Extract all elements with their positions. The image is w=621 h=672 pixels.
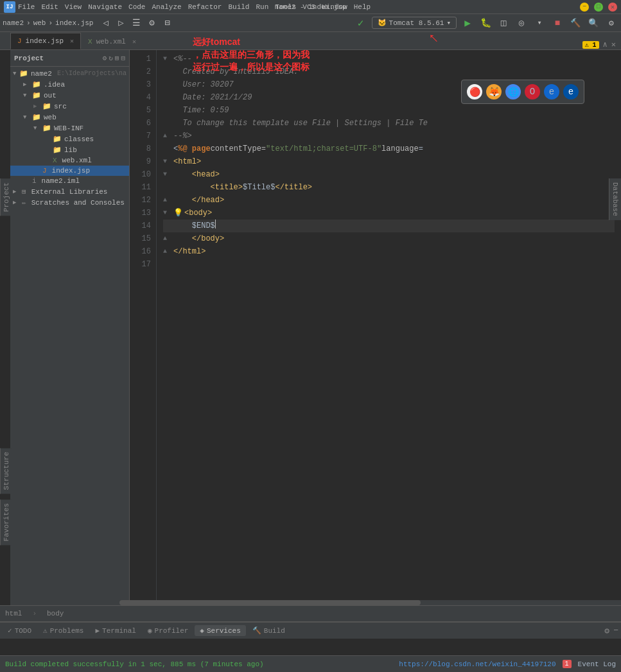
- debug-button[interactable]: 🐛: [478, 16, 493, 30]
- scrollbar-thumb[interactable]: [119, 600, 421, 605]
- expand-arrow-web: ▼: [23, 114, 30, 121]
- chrome-icon[interactable]: 🔴: [467, 84, 482, 99]
- code-content[interactable]: ▼ <%-- Created by IntelliJ IDEA. User: 3…: [157, 50, 621, 622]
- firefox-icon[interactable]: 🦊: [486, 84, 502, 99]
- gear-icon[interactable]: ⚙: [604, 16, 618, 30]
- tree-item-src[interactable]: ▶ 📁 src: [10, 101, 129, 112]
- folder-icon: 📁: [19, 69, 28, 78]
- breadcrumb-folder[interactable]: web: [33, 19, 46, 27]
- edge-icon[interactable]: e: [563, 84, 579, 99]
- tab-web-xml[interactable]: X web.xml ✕: [81, 33, 143, 49]
- coverage-button[interactable]: ◫: [496, 16, 511, 30]
- terminal-button[interactable]: ▶ Terminal: [90, 625, 141, 636]
- sidebar-gear-icon[interactable]: ⚙: [103, 54, 107, 62]
- tree-item-scratches[interactable]: ▶ ✏ Scratches and Consoles: [10, 197, 129, 208]
- project-panel-label[interactable]: Project: [0, 178, 12, 216]
- menu-run[interactable]: Run: [256, 3, 268, 11]
- expand-icon[interactable]: ∧: [603, 40, 608, 49]
- services-button[interactable]: ◈ Services: [195, 625, 245, 636]
- tree-item-root[interactable]: ▼ 📁 name2 E:\IdeaProjects\na: [10, 68, 129, 79]
- close-button[interactable]: ✕: [608, 3, 617, 12]
- menu-file[interactable]: File: [18, 3, 35, 11]
- close-panel-icon[interactable]: ✕: [611, 40, 616, 49]
- profile-button[interactable]: ◎: [514, 16, 529, 30]
- build-panel-button[interactable]: 🔨 Build: [247, 625, 290, 636]
- browser3-icon[interactable]: 🌐: [505, 84, 521, 99]
- code-line-10: ▼ <head>: [163, 168, 615, 181]
- lightbulb-icon[interactable]: 💡: [173, 207, 183, 220]
- more-run-options-icon[interactable]: ▾: [532, 16, 547, 30]
- tree-item-webinf[interactable]: ▼ 📁 WEB-INF: [10, 123, 129, 134]
- minimize-button[interactable]: −: [580, 3, 589, 12]
- tree-item-lib[interactable]: 📁 lib: [10, 144, 129, 155]
- tree-item-out[interactable]: ▼ 📁 out: [10, 90, 129, 101]
- build-button[interactable]: 🔨: [568, 16, 582, 30]
- tree-path: E:\IdeaProjects\na: [57, 70, 127, 77]
- event-log-label[interactable]: Event Log: [578, 660, 616, 668]
- menu-analyze[interactable]: Analyze: [152, 3, 181, 11]
- problems-icon: ⚠: [43, 626, 48, 635]
- tree-item-iml[interactable]: i name2.iml: [10, 176, 129, 186]
- status-breadcrumb-bar: html › body: [0, 605, 621, 622]
- expand-arrow-webinf: ▼: [33, 125, 40, 132]
- problems-button[interactable]: ⚠ Problems: [38, 625, 89, 636]
- sidebar-expand-icon[interactable]: ⊞: [115, 54, 119, 62]
- tree-item-webxml[interactable]: X web.xml: [10, 155, 129, 166]
- csdn-link[interactable]: https://blog.csdn.net/weixin_44197120: [399, 660, 555, 668]
- sidebar-sync-icon[interactable]: ↻: [109, 54, 113, 62]
- todo-button[interactable]: ✓ TODO: [3, 625, 37, 636]
- breadcrumb-project[interactable]: name2: [3, 19, 24, 27]
- tree-item-web[interactable]: ▼ 📁 web: [10, 112, 129, 123]
- menu-navigate[interactable]: Navigate: [88, 3, 122, 11]
- maximize-button[interactable]: □: [594, 3, 603, 12]
- menu-code[interactable]: Code: [128, 3, 145, 11]
- search-icon[interactable]: 🔍: [586, 16, 600, 30]
- services-icon: ◈: [200, 626, 204, 635]
- tree-item-indexjsp[interactable]: J index.jsp: [10, 166, 129, 176]
- menu-view[interactable]: View: [65, 3, 82, 11]
- settings-bottom-icon[interactable]: ⚙: [604, 626, 609, 636]
- code-line-8: <%@ page contentType="text/html;charset=…: [163, 142, 615, 155]
- tree-item-external-libs[interactable]: ▶ ⊞ External Libraries: [10, 186, 129, 197]
- bottom-toolbar: ✓ TODO ⚠ Problems ▶ Terminal ◉ Profiler …: [0, 622, 621, 639]
- run-config-dropdown[interactable]: 🐱 Tomcat 8.5.61 ▾: [372, 17, 457, 29]
- menu-edit[interactable]: Edit: [41, 3, 58, 11]
- stop-button[interactable]: ■: [550, 16, 564, 30]
- tree-label-classes: classes: [64, 135, 94, 143]
- back-icon[interactable]: ◁: [98, 16, 112, 30]
- breadcrumb-file[interactable]: index.jsp: [55, 19, 93, 27]
- build-status-message: Build completed successfully in 1 sec, 8…: [5, 660, 264, 668]
- ie-icon[interactable]: e: [544, 84, 559, 99]
- project-tree: ▼ 📁 name2 E:\IdeaProjects\na ▶ 📁 .idea ▼…: [10, 67, 129, 622]
- menu-refactor[interactable]: Refactor: [188, 3, 222, 11]
- run-button[interactable]: ▶: [460, 16, 475, 30]
- app-logo: IJ: [4, 1, 15, 13]
- collapse-bottom-icon[interactable]: −: [613, 626, 618, 635]
- horizontal-scrollbar[interactable]: [119, 600, 621, 605]
- menu-help[interactable]: Help: [354, 3, 371, 11]
- settings-icon[interactable]: ⚙: [144, 16, 159, 30]
- opera-icon[interactable]: O: [525, 84, 540, 99]
- profiler-button[interactable]: ◉ Profiler: [143, 625, 193, 636]
- run-check-icon[interactable]: ✓: [354, 16, 368, 30]
- collapse-icon[interactable]: ⊟: [160, 16, 174, 30]
- tree-item-idea[interactable]: ▶ 📁 .idea: [10, 79, 129, 90]
- favorites-panel-label[interactable]: Favorites: [0, 499, 12, 545]
- forward-icon[interactable]: ▷: [114, 16, 128, 30]
- breadcrumb-html[interactable]: html: [5, 610, 22, 617]
- toggle-view-icon[interactable]: ☰: [129, 16, 143, 30]
- menu-build[interactable]: Build: [228, 3, 249, 11]
- sidebar-collapse-icon[interactable]: ⊟: [121, 54, 125, 62]
- sidebar-title: Project: [14, 55, 44, 62]
- tab-close-icon[interactable]: ✕: [70, 37, 74, 45]
- breadcrumb-body[interactable]: body: [47, 610, 64, 617]
- tab-index-jsp[interactable]: J index.jsp ✕: [10, 33, 81, 49]
- titlebar: IJ File Edit View Navigate Code Analyze …: [0, 0, 621, 14]
- editor-tabs: J index.jsp ✕ X web.xml ✕ ⚠ 1 ∧ ✕: [0, 32, 621, 50]
- tab-close-xml-icon[interactable]: ✕: [132, 38, 136, 46]
- event-log-button[interactable]: 1: [563, 660, 572, 668]
- database-panel-label[interactable]: Database: [609, 178, 621, 220]
- structure-panel-label[interactable]: Structure: [0, 448, 12, 494]
- tree-item-classes[interactable]: 📁 classes: [10, 134, 129, 144]
- line-numbers: 12345 678910 1112131415 1617: [130, 50, 157, 622]
